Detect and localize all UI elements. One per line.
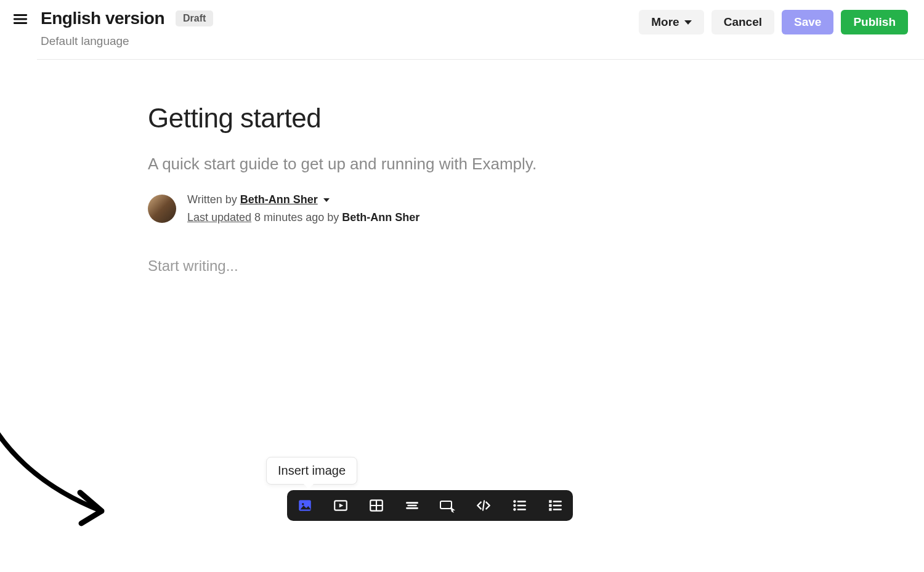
publish-button[interactable]: Publish <box>841 10 908 34</box>
numbered-list-icon <box>547 497 563 514</box>
last-updated-link[interactable]: Last updated <box>187 211 251 224</box>
document-meta: Written by Beth-Ann Sher Last updated 8 … <box>187 191 419 227</box>
save-button[interactable]: Save <box>782 10 833 34</box>
button-icon <box>439 497 456 514</box>
author-avatar <box>148 195 176 223</box>
more-label: More <box>651 15 679 29</box>
svg-rect-5 <box>440 501 452 509</box>
code-icon <box>476 497 492 514</box>
menu-icon[interactable] <box>12 11 30 28</box>
divider-icon <box>404 497 420 514</box>
editor-placeholder[interactable]: Start writing... <box>148 257 702 275</box>
insert-code-button[interactable] <box>474 496 493 515</box>
insert-divider-button[interactable] <box>403 496 421 515</box>
insert-table-button[interactable] <box>367 496 386 515</box>
cancel-button[interactable]: Cancel <box>711 10 774 34</box>
insert-image-tooltip: Insert image <box>266 457 357 485</box>
svg-rect-10 <box>549 504 551 507</box>
page-title: English version <box>41 9 164 28</box>
document-description[interactable]: A quick start guide to get up and runnin… <box>148 155 702 174</box>
updated-by-label: by <box>327 211 339 224</box>
insert-image-button[interactable] <box>296 496 314 515</box>
updated-by-name: Beth-Ann Sher <box>342 211 419 224</box>
author-caret-icon[interactable] <box>323 198 330 202</box>
annotation-arrow <box>0 277 123 536</box>
written-by-label: Written by <box>187 193 237 206</box>
updated-time: 8 minutes ago <box>254 211 324 224</box>
image-icon <box>297 497 313 514</box>
page-subtitle: Default language <box>41 34 639 48</box>
insert-callout-button[interactable] <box>439 496 457 515</box>
svg-rect-9 <box>549 500 551 502</box>
caret-down-icon <box>684 20 692 25</box>
insert-toolbar <box>287 490 573 521</box>
bulleted-list-icon <box>511 497 527 514</box>
svg-point-6 <box>513 500 516 502</box>
insert-bulleted-list-button[interactable] <box>510 496 529 515</box>
insert-video-button[interactable] <box>331 496 350 515</box>
video-icon <box>333 497 349 514</box>
table-icon <box>368 497 384 514</box>
header-divider <box>37 59 924 60</box>
svg-rect-11 <box>549 508 551 510</box>
document-title[interactable]: Getting started <box>148 103 702 134</box>
svg-point-8 <box>513 508 516 510</box>
svg-point-2 <box>302 503 304 505</box>
insert-numbered-list-button[interactable] <box>546 496 564 515</box>
author-link[interactable]: Beth-Ann Sher <box>240 193 318 206</box>
status-badge: Draft <box>176 10 213 26</box>
more-button[interactable]: More <box>639 10 703 34</box>
svg-point-7 <box>513 504 516 507</box>
